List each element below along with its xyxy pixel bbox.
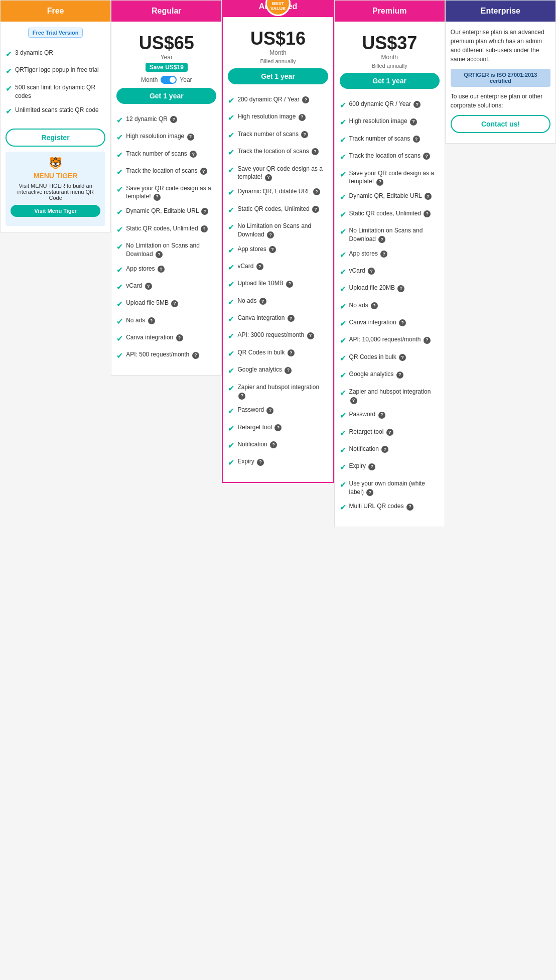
check-icon: ✔ <box>116 167 123 178</box>
check-icon: ✔ <box>228 262 234 273</box>
info-icon[interactable]: ? <box>190 151 197 158</box>
info-icon[interactable]: ? <box>424 337 431 344</box>
regular-body: US$65 Year Save US$19 Month Year Get 1 y… <box>111 22 221 375</box>
info-icon[interactable]: ? <box>425 193 432 200</box>
regular-price: US$65 <box>116 33 216 54</box>
info-icon[interactable]: ? <box>386 429 393 436</box>
info-icon[interactable]: ? <box>270 441 277 448</box>
feature-text: No Limitation on Scans and Download ? <box>237 222 328 239</box>
info-icon[interactable]: ? <box>286 281 293 288</box>
info-icon[interactable]: ? <box>313 188 320 195</box>
list-item: ✔ Dynamic QR, Editable URL ? <box>116 204 216 221</box>
info-icon[interactable]: ? <box>397 285 404 292</box>
feature-text: Password ? <box>237 406 328 414</box>
feature-text: Static QR codes, Unlimited ? <box>349 209 440 218</box>
info-icon[interactable]: ? <box>312 148 319 155</box>
feature-text: vCard ? <box>237 262 328 271</box>
check-icon: ✔ <box>340 462 346 473</box>
info-icon[interactable]: ? <box>201 225 208 232</box>
info-icon[interactable]: ? <box>368 268 375 275</box>
feature-text: No ads ? <box>349 301 440 310</box>
info-icon[interactable]: ? <box>171 300 178 307</box>
advanced-cta-button[interactable]: Get 1 year <box>228 68 328 84</box>
info-icon[interactable]: ? <box>176 334 183 341</box>
info-icon[interactable]: ? <box>423 153 430 160</box>
info-icon[interactable]: ? <box>170 116 177 123</box>
info-icon[interactable]: ? <box>368 463 375 470</box>
info-icon[interactable]: ? <box>410 118 417 126</box>
premium-price: US$37 <box>340 33 440 54</box>
check-icon: ✔ <box>340 301 346 312</box>
list-item: ✔ 12 dynamic QR ? <box>116 112 216 129</box>
info-icon[interactable]: ? <box>371 302 378 309</box>
list-item: ✔ Retarget tool ? <box>228 420 328 437</box>
regular-cta-button[interactable]: Get 1 year <box>116 88 216 104</box>
toggle-year-label: Year <box>180 76 192 83</box>
info-icon[interactable]: ? <box>424 210 431 217</box>
check-icon: ✔ <box>116 132 123 143</box>
info-icon[interactable]: ? <box>285 367 292 374</box>
info-icon[interactable]: ? <box>187 134 194 141</box>
info-icon[interactable]: ? <box>399 354 406 361</box>
info-icon[interactable]: ? <box>378 412 385 419</box>
check-icon: ✔ <box>6 83 12 94</box>
list-item: ✔ 3 dynamic QR <box>6 46 105 63</box>
info-icon[interactable]: ? <box>288 349 295 356</box>
check-icon: ✔ <box>116 241 123 253</box>
info-icon[interactable]: ? <box>148 317 155 324</box>
info-icon[interactable]: ? <box>406 504 413 511</box>
visit-menu-tiger-button[interactable]: Visit Menu Tiger <box>11 205 100 217</box>
info-icon[interactable]: ? <box>380 251 387 258</box>
info-icon[interactable]: ? <box>378 236 385 243</box>
info-icon[interactable]: ? <box>413 136 420 143</box>
list-item: ✔ Save your QR code design as a template… <box>116 181 216 204</box>
info-icon[interactable]: ? <box>307 332 314 339</box>
enterprise-header: Enterprise <box>446 1 555 22</box>
info-icon[interactable]: ? <box>301 131 308 138</box>
info-icon[interactable]: ? <box>158 266 165 273</box>
info-icon[interactable]: ? <box>201 208 208 215</box>
info-icon[interactable]: ? <box>266 407 273 414</box>
premium-cta-button[interactable]: Get 1 year <box>340 73 440 89</box>
check-icon: ✔ <box>340 100 346 111</box>
check-icon: ✔ <box>228 130 234 141</box>
info-icon[interactable]: ? <box>399 319 406 326</box>
info-icon[interactable]: ? <box>257 459 264 466</box>
list-item: ✔ Canva integration ? <box>340 315 440 332</box>
info-icon[interactable]: ? <box>269 246 276 253</box>
billing-toggle[interactable] <box>161 76 177 84</box>
info-icon[interactable]: ? <box>259 298 266 305</box>
info-icon[interactable]: ? <box>238 393 245 400</box>
info-icon[interactable]: ? <box>265 174 272 181</box>
info-icon[interactable]: ? <box>274 424 282 431</box>
info-icon[interactable]: ? <box>154 194 161 201</box>
info-icon[interactable]: ? <box>381 446 388 453</box>
list-item: ✔ Google analytics ? <box>228 362 328 380</box>
feature-text: Upload file 10MB ? <box>237 279 328 288</box>
info-icon[interactable]: ? <box>192 352 199 359</box>
info-icon[interactable]: ? <box>312 206 319 213</box>
menu-tiger-logo: 🐯 MENU TIGER <box>11 157 100 180</box>
info-icon[interactable]: ? <box>376 179 383 186</box>
check-icon: ✔ <box>116 115 123 126</box>
info-icon[interactable]: ? <box>366 489 373 496</box>
check-icon: ✔ <box>228 383 234 394</box>
info-icon[interactable]: ? <box>256 263 263 270</box>
info-icon[interactable]: ? <box>156 251 163 258</box>
info-icon[interactable]: ? <box>350 397 357 404</box>
info-icon[interactable]: ? <box>200 168 207 175</box>
free-register-button[interactable]: Register <box>6 129 105 147</box>
free-body: Free Trial Version ✔ 3 dynamic QR ✔ QRTi… <box>1 22 110 232</box>
info-icon[interactable]: ? <box>299 114 306 121</box>
feature-text: API: 3000 request/month ? <box>237 331 328 339</box>
info-icon[interactable]: ? <box>413 101 421 108</box>
info-icon[interactable]: ? <box>288 315 295 322</box>
feature-text: Dynamic QR, Editable URL ? <box>349 192 440 200</box>
check-icon: ✔ <box>340 284 346 295</box>
info-icon[interactable]: ? <box>302 96 309 103</box>
info-icon[interactable]: ? <box>145 283 152 290</box>
iso-badge: QRTIGER is ISO 27001:2013 certified <box>451 69 550 87</box>
enterprise-contact-button[interactable]: Contact us! <box>451 115 550 133</box>
info-icon[interactable]: ? <box>396 372 403 379</box>
info-icon[interactable]: ? <box>267 231 274 238</box>
